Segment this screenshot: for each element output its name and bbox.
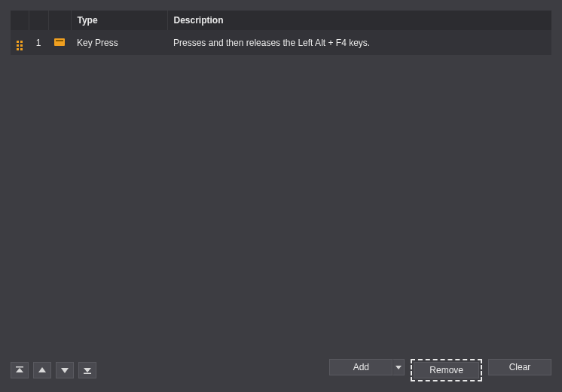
row-type: Key Press xyxy=(71,30,167,55)
move-up-button[interactable] xyxy=(33,362,51,378)
remove-button[interactable]: Remove xyxy=(414,362,479,378)
col-header-description[interactable]: Description xyxy=(167,11,551,30)
svg-rect-1 xyxy=(84,373,91,375)
remove-button-highlight: Remove xyxy=(411,359,482,381)
add-dropdown-button[interactable] xyxy=(392,359,405,375)
row-number: 1 xyxy=(29,30,48,55)
col-header-icon[interactable] xyxy=(48,11,71,30)
action-button-group: Add Remove Clear xyxy=(329,359,551,381)
footer-bar: Add Remove Clear xyxy=(11,353,551,381)
chevron-up-icon xyxy=(38,366,47,375)
add-button[interactable]: Add xyxy=(329,359,392,375)
move-top-button[interactable] xyxy=(11,362,29,378)
chevron-top-icon xyxy=(15,366,24,375)
clear-button[interactable]: Clear xyxy=(488,359,551,375)
add-split-button: Add xyxy=(329,359,405,381)
actions-table: Type Description 1 Key Press Presses and… xyxy=(11,11,551,55)
table-row[interactable]: 1 Key Press Presses and then releases th… xyxy=(11,30,551,55)
col-header-type[interactable]: Type xyxy=(71,11,167,30)
svg-rect-0 xyxy=(16,366,23,368)
row-drag-handle[interactable] xyxy=(11,30,29,55)
chevron-bottom-icon xyxy=(83,366,92,375)
table-header-row: Type Description xyxy=(11,11,551,30)
move-bottom-button[interactable] xyxy=(78,362,96,378)
reorder-button-group xyxy=(11,362,96,378)
spacer xyxy=(11,55,551,353)
chevron-down-icon xyxy=(60,366,69,375)
move-down-button[interactable] xyxy=(56,362,74,378)
row-type-icon-cell xyxy=(48,30,71,55)
drag-handle-icon xyxy=(17,41,23,50)
actions-table-container: Type Description 1 Key Press Presses and… xyxy=(11,11,551,55)
row-description: Presses and then releases the Left Alt +… xyxy=(167,30,551,55)
col-header-number[interactable] xyxy=(29,11,48,30)
dropdown-triangle-icon xyxy=(396,364,402,370)
keyboard-icon xyxy=(54,38,65,46)
col-header-handle[interactable] xyxy=(11,11,29,30)
